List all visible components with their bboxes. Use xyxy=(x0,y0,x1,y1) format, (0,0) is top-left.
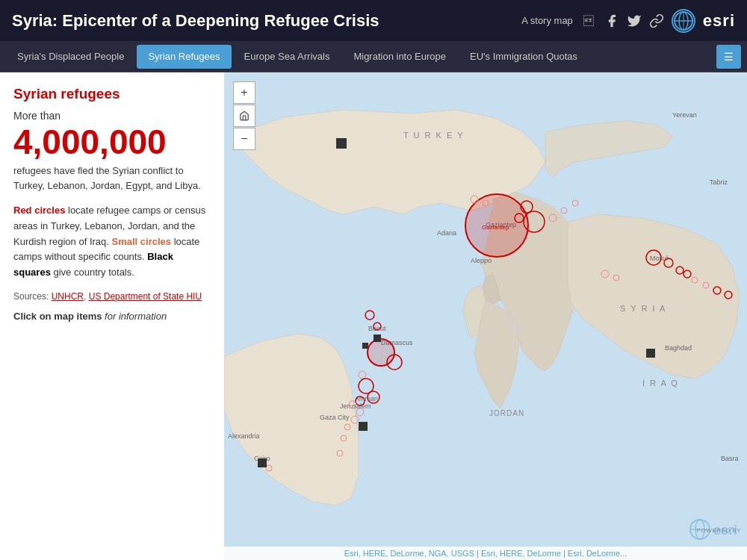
tab-immigration-quotas[interactable]: EU's Immigration Quotas xyxy=(459,45,589,69)
sidebar-heading: Syrian refugees xyxy=(13,86,211,102)
svg-text:Adana: Adana xyxy=(437,229,456,237)
home-button[interactable] xyxy=(233,105,255,127)
svg-rect-59 xyxy=(336,138,347,149)
svg-text:Yerevan: Yerevan xyxy=(672,111,697,119)
refugee-count: 4,000,000 xyxy=(13,125,211,159)
page-title: Syria: Epicenter of a Deepening Refugee … xyxy=(12,11,379,31)
svg-text:JORDAN: JORDAN xyxy=(489,409,524,417)
svg-text:Mosul: Mosul xyxy=(650,255,668,262)
svg-text:Aleppo: Aleppo xyxy=(471,257,492,264)
header: Syria: Epicenter of a Deepening Refugee … xyxy=(0,0,747,41)
zoom-out-button[interactable]: − xyxy=(233,128,255,150)
link-icon[interactable] xyxy=(649,13,664,28)
description-text: refugees have fled the Syrian conflict t… xyxy=(13,164,211,193)
tab-displaced-people[interactable]: Syria's Displaced People xyxy=(6,45,135,69)
svg-text:Jerusalem: Jerusalem xyxy=(340,402,371,410)
map-attribution: Esri, HERE, DeLorme, NGA, USGS | Esri, H… xyxy=(224,547,747,560)
svg-text:Gaza City: Gaza City xyxy=(320,414,350,421)
black-squares-text: give country totals. xyxy=(51,267,134,278)
unhcr-link[interactable]: UNHCR xyxy=(52,291,84,302)
zoom-in-button[interactable]: + xyxy=(233,81,255,104)
click-hint-bold: Click on map items xyxy=(13,311,102,322)
svg-rect-61 xyxy=(258,458,267,467)
twitter-icon[interactable] xyxy=(627,13,642,28)
click-hint-rest: for information xyxy=(102,311,167,322)
sources-label: Sources: xyxy=(13,291,52,302)
esri-globe-icon xyxy=(672,9,695,33)
svg-rect-63 xyxy=(374,335,381,342)
svg-text:Gaziantep: Gaziantep xyxy=(482,224,509,231)
esri-logo: esri xyxy=(703,11,735,31)
svg-text:Baghdad: Baghdad xyxy=(665,344,692,352)
svg-text:T U R K E Y: T U R K E Y xyxy=(403,131,465,140)
facebook-icon[interactable] xyxy=(604,13,619,28)
svg-text:Alexandria: Alexandria xyxy=(228,432,260,440)
tab-bar: Syria's Displaced People Syrian Refugees… xyxy=(0,41,747,72)
esri-watermark: esri xyxy=(689,518,741,544)
svg-text:Basra: Basra xyxy=(721,455,739,462)
facebook-icon[interactable]:  xyxy=(580,13,597,29)
tab-europe-sea[interactable]: Europe Sea Arrivals xyxy=(233,45,341,69)
click-hint: Click on map items for information xyxy=(13,311,211,322)
svg-point-46 xyxy=(368,339,394,366)
svg-rect-62 xyxy=(646,349,655,358)
state-dept-link[interactable]: US Department of State HIU xyxy=(89,291,202,302)
small-circles-label: Small circles xyxy=(112,236,172,247)
main-content: Syrian refugees More than 4,000,000 refu… xyxy=(0,72,747,560)
tab-menu-button[interactable]: ☰ xyxy=(716,45,741,69)
svg-text:S Y R I A: S Y R I A xyxy=(620,304,666,313)
svg-rect-64 xyxy=(362,343,368,349)
sidebar: Syrian refugees More than 4,000,000 refu… xyxy=(0,72,224,560)
story-map-label: A story map xyxy=(521,15,573,26)
attribution-text: Esri, HERE, DeLorme, NGA, USGS | Esri, H… xyxy=(344,549,627,558)
svg-text:esri: esri xyxy=(713,523,737,538)
map-controls: + − xyxy=(233,81,255,150)
svg-text:I R A Q: I R A Q xyxy=(642,379,679,388)
more-than-label: More than xyxy=(13,110,211,122)
sources-section: Sources: UNHCR, US Department of State H… xyxy=(13,291,211,302)
map-svg: T U R K E Y S Y R I A I R A Q JORDAN Yer… xyxy=(224,72,747,560)
map-container[interactable]: + − xyxy=(224,72,747,560)
svg-text:Amman: Amman xyxy=(355,395,378,402)
tab-migration-europe[interactable]: Migration into Europe xyxy=(342,45,457,69)
tab-syrian-refugees[interactable]: Syrian Refugees xyxy=(137,45,231,69)
svg-rect-60 xyxy=(359,422,368,431)
svg-text:Tabriz: Tabriz xyxy=(710,178,728,186)
red-circles-label: Red circles xyxy=(13,205,65,216)
legend-text: Red circles locate refugee camps or cens… xyxy=(13,203,211,281)
svg-text:Beirut: Beirut xyxy=(368,325,386,332)
header-right: A story map  esri xyxy=(521,9,735,33)
